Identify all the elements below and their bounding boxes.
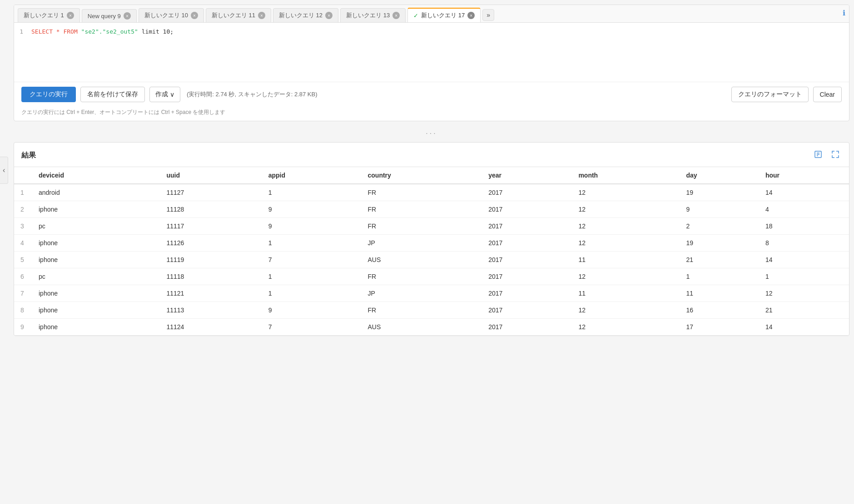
results-header: 結果 [14,143,849,167]
table-cell: 11124 [160,319,262,336]
table-cell: AUS [362,319,482,336]
table-cell: 9 [14,319,32,336]
table-header-country: country [362,167,482,184]
table-cell: 8 [759,235,849,252]
code-content[interactable]: SELECT * FROM "se2"."se2_out5" limit 10; [28,26,849,78]
table-cell: 11121 [160,285,262,302]
expand-icon-button[interactable] [829,149,842,162]
table-row: 4iphone111261JP201712198 [14,235,849,252]
table-cell: 2017 [482,319,572,336]
panel-divider[interactable]: ... [14,125,849,138]
table-cell: 1 [262,285,362,302]
info-icon: ℹ [843,9,845,17]
table-cell: 4 [14,235,32,252]
tab-tab10[interactable]: 新しいクエリ 10× [139,8,204,22]
create-label: 作成 [155,90,168,99]
table-header-day: day [680,167,759,184]
table-row: 5iphone111197AUS2017112114 [14,252,849,268]
query-panel: 新しいクエリ 1×New query 9×新しいクエリ 10×新しいクエリ 11… [14,5,849,121]
table-cell: 18 [759,218,849,235]
table-cell: 12 [572,201,680,218]
table-cell: 1 [680,268,759,285]
table-cell: 7 [262,252,362,268]
table-cell: 11 [572,285,680,302]
table-cell: iphone [32,252,160,268]
table-header-year: year [482,167,572,184]
table-cell: 1 [759,268,849,285]
clear-button[interactable]: Clear [813,87,842,102]
table-cell: 11127 [160,184,262,201]
table-cell: 11128 [160,201,262,218]
table-cell: FR [362,268,482,285]
tab-close-button[interactable]: × [392,12,400,19]
table-cell: 1 [262,235,362,252]
table-cell: 2 [680,218,759,235]
dropdown-arrow-icon: ∨ [170,91,174,98]
table-cell: AUS [362,252,482,268]
table-cell: 11 [572,252,680,268]
create-dropdown-button[interactable]: 作成 ∨ [149,87,180,102]
table-cell: 12 [572,218,680,235]
tab-close-button[interactable]: × [325,12,333,19]
table-cell: 7 [262,319,362,336]
table-cell: 14 [759,252,849,268]
tab-close-button[interactable]: × [258,12,265,19]
tab-check-icon: ✓ [413,12,418,19]
table-cell: 14 [759,184,849,201]
table-cell: FR [362,302,482,319]
table-cell: 2017 [482,302,572,319]
tab-tab1[interactable]: 新しいクエリ 1× [18,8,80,22]
format-query-button[interactable]: クエリのフォーマット [731,87,809,102]
table-cell: 2017 [482,184,572,201]
table-cell: 12 [572,184,680,201]
table-header-rownum [14,167,32,184]
tab-tab13[interactable]: 新しいクエリ 13× [340,8,406,22]
execution-info: (実行時間: 2.74 秒, スキャンしたデータ: 2.87 KB) [187,90,318,99]
table-cell: FR [362,218,482,235]
table-row: 6pc111181FR20171211 [14,268,849,285]
table-header-uuid: uuid [160,167,262,184]
table-cell: JP [362,235,482,252]
tab-tab12[interactable]: 新しいクエリ 12× [273,8,338,22]
tab-more-button[interactable]: » [482,9,494,21]
results-title: 結果 [21,151,36,160]
tab-label: New query 9 [88,13,121,20]
editor-area[interactable]: 1 SELECT * FROM "se2"."se2_out5" limit 1… [14,23,849,82]
tab-tab9[interactable]: New query 9× [82,9,137,22]
table-cell: 3 [14,218,32,235]
table-cell: 1 [14,184,32,201]
table-cell: 2017 [482,235,572,252]
table-row: 1android111271FR2017121914 [14,184,849,201]
table-cell: 14 [759,319,849,336]
table-cell: iphone [32,235,160,252]
table-cell: 17 [680,319,759,336]
line-numbers: 1 [14,26,28,78]
tab-close-button[interactable]: × [467,12,475,19]
table-cell: 12 [572,319,680,336]
table-cell: 2017 [482,201,572,218]
tab-close-button[interactable]: × [124,12,131,20]
table-cell: 9 [262,302,362,319]
table-cell: 19 [680,235,759,252]
table-cell: 1 [262,268,362,285]
table-header-hour: hour [759,167,849,184]
tab-tab17[interactable]: ✓新しいクエリ 17× [407,8,481,22]
tab-tab11[interactable]: 新しいクエリ 11× [206,8,271,22]
tab-close-button[interactable]: × [67,12,74,19]
left-nav-button[interactable]: ‹ [0,157,8,184]
tab-label: 新しいクエリ 1 [24,11,64,20]
sql-string-table: "se2"."se2_out5" [81,28,138,35]
table-header-appid: appid [262,167,362,184]
table-cell: 2017 [482,252,572,268]
save-button[interactable]: 名前を付けて保存 [80,87,145,102]
table-header-deviceid: deviceid [32,167,160,184]
table-cell: 21 [680,252,759,268]
table-cell: 11126 [160,235,262,252]
toolbar: クエリの実行 名前を付けて保存 作成 ∨ (実行時間: 2.74 秒, スキャン… [14,82,849,107]
tab-close-button[interactable]: × [191,12,198,19]
run-query-button[interactable]: クエリの実行 [21,87,76,102]
export-icon-button[interactable] [812,149,824,162]
table-cell: pc [32,268,160,285]
table-cell: 4 [759,201,849,218]
sql-keyword-select: SELECT * FROM [31,28,81,35]
